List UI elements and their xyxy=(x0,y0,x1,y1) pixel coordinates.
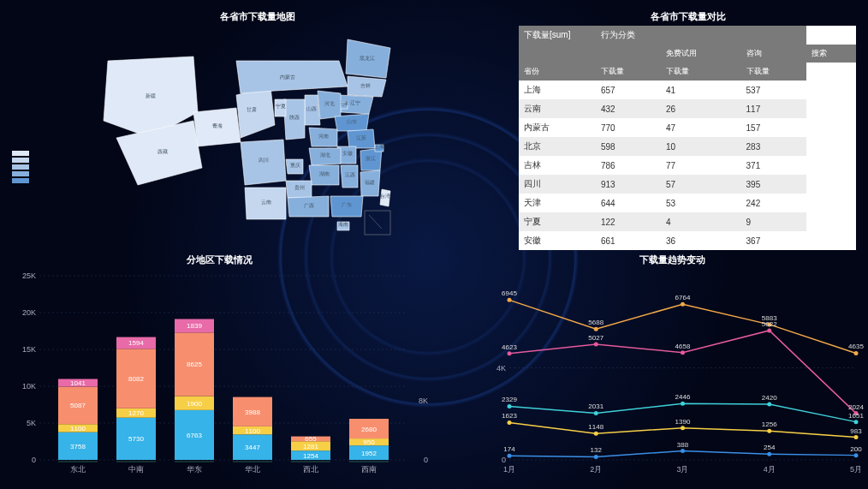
bar-value: 950 xyxy=(363,438,375,446)
province-label: 台湾 xyxy=(380,193,390,199)
cell-value: 371 xyxy=(741,156,806,175)
point-value: 174 xyxy=(503,445,515,453)
province-label: 新疆 xyxy=(146,92,156,98)
table-row[interactable]: 安徽66136367 xyxy=(519,231,856,250)
y-tick: 10K xyxy=(22,382,36,391)
bar-value: 1100 xyxy=(245,427,260,435)
bar-value: 5087 xyxy=(70,402,86,409)
cell-value: 47 xyxy=(661,118,741,137)
y-tick: 15K xyxy=(22,345,36,354)
table-row[interactable]: 宁夏12249 xyxy=(519,212,856,231)
table-row[interactable]: 云南43226117 xyxy=(519,99,856,118)
cell-value: 122 xyxy=(596,212,661,231)
line-point[interactable] xyxy=(508,420,512,425)
bar-value: 1270 xyxy=(128,409,144,417)
line-point[interactable] xyxy=(854,453,859,457)
line-point[interactable] xyxy=(681,302,685,307)
china-map[interactable]: 新疆西藏青海甘肃内蒙古黑龙江吉林辽宁北京天津河北山西陕西宁夏山东河南江苏安徽湖北… xyxy=(91,27,399,241)
line-point[interactable] xyxy=(854,435,859,439)
cell-province: 内蒙古 xyxy=(519,118,596,137)
bar-value: 3447 xyxy=(245,444,260,451)
line-point[interactable] xyxy=(681,350,685,355)
line-chart[interactable]: 04K1月2月3月4月5月694556886764588346354623502… xyxy=(479,267,865,481)
point-value: 2446 xyxy=(675,393,691,401)
line-point[interactable] xyxy=(508,404,512,408)
line-point[interactable] xyxy=(767,402,771,406)
cell-value: 537 xyxy=(741,81,806,99)
point-value: 2329 xyxy=(502,396,517,403)
point-value: 5688 xyxy=(588,319,603,326)
bar-value: 1041 xyxy=(70,379,86,387)
x-tick: 1月 xyxy=(503,465,515,474)
table-row[interactable]: 北京59810283 xyxy=(519,137,856,156)
line-point[interactable] xyxy=(854,420,859,424)
x-tick: 西北 xyxy=(303,465,318,474)
cell-province: 安徽 xyxy=(519,231,596,250)
th-sub1: 下载量 xyxy=(596,63,661,81)
line-point[interactable] xyxy=(594,411,598,415)
cell-value: 41 xyxy=(661,81,741,99)
province-label: 福建 xyxy=(365,180,375,185)
line-panel: 下载量趋势变动 04K1月2月3月4月5月6945568867645883463… xyxy=(479,253,865,485)
cell-province: 天津 xyxy=(519,194,596,212)
cell-province: 上海 xyxy=(519,81,596,99)
province-label: 黑龙江 xyxy=(360,56,375,61)
line-point[interactable] xyxy=(854,351,859,355)
province-label: 陕西 xyxy=(289,115,300,120)
province-label: 山西 xyxy=(306,106,317,111)
bar-value: 1100 xyxy=(70,425,86,432)
line-point[interactable] xyxy=(508,454,512,458)
bar-value: 6763 xyxy=(187,432,202,439)
line-point[interactable] xyxy=(594,432,598,436)
line-point[interactable] xyxy=(767,452,771,456)
bar-value: 1900 xyxy=(187,400,202,408)
line-point[interactable] xyxy=(767,429,771,433)
cell-value: 770 xyxy=(596,118,661,137)
map-inset xyxy=(365,211,390,235)
province-label: 吉林 xyxy=(360,83,371,88)
line-point[interactable] xyxy=(681,449,685,453)
y-tick: 25K xyxy=(22,271,36,280)
line-point[interactable] xyxy=(767,328,771,332)
th-sub2: 下载量 xyxy=(661,63,741,81)
table-row[interactable]: 内蒙古77047157 xyxy=(519,118,856,137)
line-point[interactable] xyxy=(681,426,685,430)
table-row[interactable]: 天津64453242 xyxy=(519,194,856,212)
th-sub3: 下载量 xyxy=(741,63,806,81)
province-label: 江西 xyxy=(345,172,355,177)
x-tick: 华北 xyxy=(245,465,260,474)
cell-value: 26 xyxy=(661,99,741,118)
province-甘肃[interactable] xyxy=(236,86,275,138)
bar-value: 8082 xyxy=(128,375,144,383)
bar-title: 分地区下载情况 xyxy=(5,253,433,266)
bar-panel: 分地区下载情况 05K10K15K20K25K08K37581100508710… xyxy=(5,253,433,485)
line-point[interactable] xyxy=(681,402,685,406)
point-value: 4635 xyxy=(848,343,864,350)
line-point[interactable] xyxy=(594,455,598,459)
line-point[interactable] xyxy=(594,327,598,331)
province-label: 西藏 xyxy=(158,149,168,154)
cell-value: 661 xyxy=(596,231,661,250)
point-value: 983 xyxy=(850,427,862,435)
x-tick: 中南 xyxy=(128,465,144,474)
point-value: 6945 xyxy=(502,289,517,297)
table-row[interactable]: 上海65741537 xyxy=(519,81,856,99)
table-row[interactable]: 四川91357395 xyxy=(519,175,856,194)
province-label: 江苏 xyxy=(356,135,366,140)
stacked-bar-chart[interactable]: 05K10K15K20K25K08K3758110050871041东北5730… xyxy=(5,267,433,481)
cell-value: 36 xyxy=(661,231,741,250)
legend-swatch xyxy=(12,171,29,176)
table-row[interactable]: 吉林78677371 xyxy=(519,156,856,175)
province-label: 辽宁 xyxy=(350,99,360,105)
province-label: 浙江 xyxy=(366,156,376,161)
pivot-table[interactable]: 下载量[sum] 行为分类 免费试用咨询搜索 省份 下载量 下载量 下载量 上海… xyxy=(519,26,856,250)
cell-province: 四川 xyxy=(519,175,596,194)
line-point[interactable] xyxy=(508,351,512,355)
bar-value: 5730 xyxy=(128,435,144,443)
line-point[interactable] xyxy=(594,342,598,346)
x-tick: 4月 xyxy=(764,465,776,474)
legend-swatch xyxy=(12,158,29,163)
svg-text:0: 0 xyxy=(424,456,428,464)
y-tick: 0 xyxy=(32,456,36,464)
line-point[interactable] xyxy=(508,298,512,302)
